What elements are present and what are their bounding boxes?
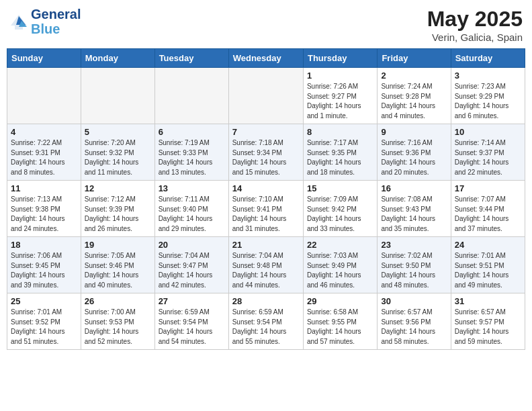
calendar-cell: 20Sunrise: 7:04 AM Sunset: 9:47 PM Dayli…: [154, 237, 228, 293]
day-info: Sunrise: 7:17 AM Sunset: 9:35 PM Dayligh…: [307, 138, 373, 177]
day-number: 4: [11, 127, 77, 137]
day-number: 18: [11, 240, 77, 250]
logo-text: General Blue: [31, 7, 81, 36]
col-header-tuesday: Tuesday: [154, 49, 228, 68]
day-info: Sunrise: 6:58 AM Sunset: 9:55 PM Dayligh…: [307, 308, 373, 347]
day-info: Sunrise: 7:04 AM Sunset: 9:47 PM Dayligh…: [159, 251, 225, 290]
day-number: 31: [455, 296, 521, 306]
calendar-cell: 31Sunrise: 6:57 AM Sunset: 9:57 PM Dayli…: [451, 293, 525, 350]
day-number: 26: [85, 296, 151, 306]
calendar-cell: 26Sunrise: 7:00 AM Sunset: 9:53 PM Dayli…: [81, 293, 154, 350]
day-number: 6: [159, 127, 225, 137]
day-number: 30: [381, 296, 447, 306]
calendar-cell: 30Sunrise: 6:57 AM Sunset: 9:56 PM Dayli…: [378, 293, 451, 350]
day-number: 13: [159, 183, 225, 193]
calendar-cell: 5Sunrise: 7:20 AM Sunset: 9:32 PM Daylig…: [81, 124, 154, 181]
calendar-cell: 16Sunrise: 7:08 AM Sunset: 9:43 PM Dayli…: [378, 181, 451, 237]
day-number: 7: [232, 127, 300, 137]
calendar-week-row: 11Sunrise: 7:13 AM Sunset: 9:38 PM Dayli…: [7, 181, 525, 237]
day-number: 11: [11, 183, 77, 193]
calendar-cell: [81, 68, 154, 124]
day-number: 20: [159, 240, 225, 250]
day-number: 16: [381, 183, 447, 193]
day-number: 10: [455, 127, 521, 137]
day-info: Sunrise: 7:10 AM Sunset: 9:41 PM Dayligh…: [232, 195, 300, 234]
calendar-cell: [7, 68, 81, 124]
day-number: 24: [455, 240, 521, 250]
day-info: Sunrise: 7:05 AM Sunset: 9:46 PM Dayligh…: [85, 251, 151, 290]
day-number: 23: [381, 240, 447, 250]
page-header: General Blue May 2025 Verin, Galicia, Sp…: [7, 7, 525, 43]
calendar-week-row: 18Sunrise: 7:06 AM Sunset: 9:45 PM Dayli…: [7, 237, 525, 293]
day-info: Sunrise: 7:19 AM Sunset: 9:33 PM Dayligh…: [159, 138, 225, 177]
day-info: Sunrise: 7:00 AM Sunset: 9:53 PM Dayligh…: [85, 308, 151, 347]
day-info: Sunrise: 7:08 AM Sunset: 9:43 PM Dayligh…: [381, 195, 447, 234]
col-header-friday: Friday: [378, 49, 451, 68]
calendar-cell: 9Sunrise: 7:16 AM Sunset: 9:36 PM Daylig…: [378, 124, 451, 181]
day-info: Sunrise: 7:07 AM Sunset: 9:44 PM Dayligh…: [455, 195, 521, 234]
calendar-cell: 18Sunrise: 7:06 AM Sunset: 9:45 PM Dayli…: [7, 237, 81, 293]
day-number: 21: [232, 240, 300, 250]
day-info: Sunrise: 7:01 AM Sunset: 9:52 PM Dayligh…: [11, 308, 77, 347]
calendar-week-row: 25Sunrise: 7:01 AM Sunset: 9:52 PM Dayli…: [7, 293, 525, 350]
day-info: Sunrise: 7:22 AM Sunset: 9:31 PM Dayligh…: [11, 138, 77, 177]
location: Verin, Galicia, Spain: [427, 32, 523, 43]
col-header-saturday: Saturday: [451, 49, 525, 68]
logo: General Blue: [9, 7, 81, 36]
calendar-cell: 6Sunrise: 7:19 AM Sunset: 9:33 PM Daylig…: [154, 124, 228, 181]
day-info: Sunrise: 7:20 AM Sunset: 9:32 PM Dayligh…: [85, 138, 151, 177]
day-info: Sunrise: 7:11 AM Sunset: 9:40 PM Dayligh…: [159, 195, 225, 234]
calendar-cell: 22Sunrise: 7:03 AM Sunset: 9:49 PM Dayli…: [303, 237, 377, 293]
calendar-cell: 27Sunrise: 6:59 AM Sunset: 9:54 PM Dayli…: [154, 293, 228, 350]
day-info: Sunrise: 7:03 AM Sunset: 9:49 PM Dayligh…: [307, 251, 373, 290]
day-number: 22: [307, 240, 373, 250]
calendar-cell: 13Sunrise: 7:11 AM Sunset: 9:40 PM Dayli…: [154, 181, 228, 237]
day-number: 5: [85, 127, 151, 137]
day-number: 1: [307, 71, 373, 81]
day-number: 2: [381, 71, 447, 81]
col-header-sunday: Sunday: [7, 49, 81, 68]
calendar-cell: 7Sunrise: 7:18 AM Sunset: 9:34 PM Daylig…: [228, 124, 303, 181]
col-header-wednesday: Wednesday: [228, 49, 303, 68]
calendar-cell: 2Sunrise: 7:24 AM Sunset: 9:28 PM Daylig…: [378, 68, 451, 124]
calendar-cell: [154, 68, 228, 124]
day-info: Sunrise: 7:04 AM Sunset: 9:48 PM Dayligh…: [232, 251, 300, 290]
calendar-cell: 25Sunrise: 7:01 AM Sunset: 9:52 PM Dayli…: [7, 293, 81, 350]
calendar-cell: 12Sunrise: 7:12 AM Sunset: 9:39 PM Dayli…: [81, 181, 154, 237]
calendar-cell: 21Sunrise: 7:04 AM Sunset: 9:48 PM Dayli…: [228, 237, 303, 293]
calendar-cell: 11Sunrise: 7:13 AM Sunset: 9:38 PM Dayli…: [7, 181, 81, 237]
day-number: 25: [11, 296, 77, 306]
day-info: Sunrise: 7:02 AM Sunset: 9:50 PM Dayligh…: [381, 251, 447, 290]
day-number: 3: [455, 71, 521, 81]
day-info: Sunrise: 7:23 AM Sunset: 9:29 PM Dayligh…: [455, 82, 521, 121]
calendar-cell: 19Sunrise: 7:05 AM Sunset: 9:46 PM Dayli…: [81, 237, 154, 293]
day-info: Sunrise: 7:01 AM Sunset: 9:51 PM Dayligh…: [455, 251, 521, 290]
day-info: Sunrise: 7:09 AM Sunset: 9:42 PM Dayligh…: [307, 195, 373, 234]
day-info: Sunrise: 7:06 AM Sunset: 9:45 PM Dayligh…: [11, 251, 77, 290]
day-info: Sunrise: 7:14 AM Sunset: 9:37 PM Dayligh…: [455, 138, 521, 177]
day-number: 19: [85, 240, 151, 250]
calendar-cell: 3Sunrise: 7:23 AM Sunset: 9:29 PM Daylig…: [451, 68, 525, 124]
month-title: May 2025: [427, 7, 523, 32]
day-number: 14: [232, 183, 300, 193]
day-number: 27: [159, 296, 225, 306]
calendar-table: SundayMondayTuesdayWednesdayThursdayFrid…: [7, 48, 525, 350]
day-info: Sunrise: 6:59 AM Sunset: 9:54 PM Dayligh…: [159, 308, 225, 347]
day-info: Sunrise: 7:24 AM Sunset: 9:28 PM Dayligh…: [381, 82, 447, 121]
calendar-header-row: SundayMondayTuesdayWednesdayThursdayFrid…: [7, 49, 525, 68]
day-info: Sunrise: 7:12 AM Sunset: 9:39 PM Dayligh…: [85, 195, 151, 234]
calendar-cell: 28Sunrise: 6:59 AM Sunset: 9:54 PM Dayli…: [228, 293, 303, 350]
calendar-cell: 15Sunrise: 7:09 AM Sunset: 9:42 PM Dayli…: [303, 181, 377, 237]
day-number: 9: [381, 127, 447, 137]
calendar-cell: 8Sunrise: 7:17 AM Sunset: 9:35 PM Daylig…: [303, 124, 377, 181]
title-block: May 2025 Verin, Galicia, Spain: [427, 7, 523, 43]
day-number: 17: [455, 183, 521, 193]
day-info: Sunrise: 7:18 AM Sunset: 9:34 PM Dayligh…: [232, 138, 300, 177]
calendar-week-row: 1Sunrise: 7:26 AM Sunset: 9:27 PM Daylig…: [7, 68, 525, 124]
col-header-thursday: Thursday: [303, 49, 377, 68]
day-number: 29: [307, 296, 373, 306]
calendar-cell: 10Sunrise: 7:14 AM Sunset: 9:37 PM Dayli…: [451, 124, 525, 181]
calendar-cell: 17Sunrise: 7:07 AM Sunset: 9:44 PM Dayli…: [451, 181, 525, 237]
day-number: 8: [307, 127, 373, 137]
calendar-cell: 4Sunrise: 7:22 AM Sunset: 9:31 PM Daylig…: [7, 124, 81, 181]
